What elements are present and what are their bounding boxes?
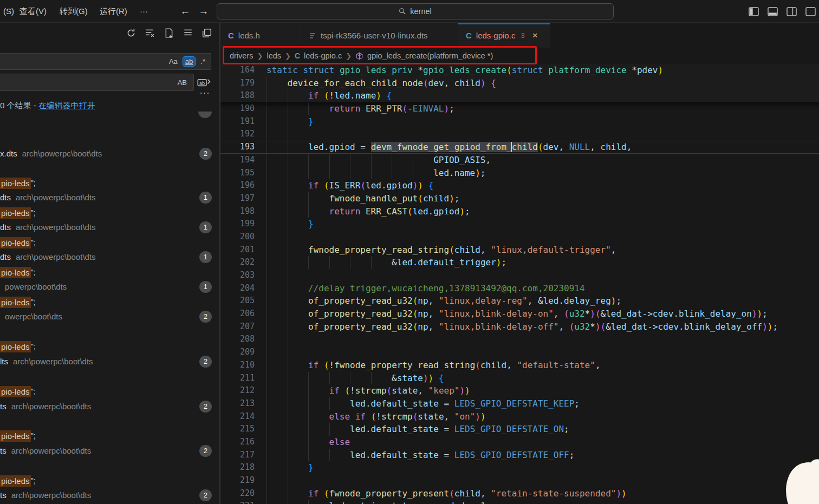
search-input[interactable]: kernel <box>217 3 614 19</box>
result-match-row[interactable]: pio-leds"; <box>0 235 219 250</box>
breadcrumb-item-drivers[interactable]: drivers <box>230 51 253 60</box>
result-file-row[interactable]: tsarch\powerpc\boot\dts2 <box>0 443 219 458</box>
code-line-202[interactable]: 202&led.default_trigger); <box>220 256 819 269</box>
code-line-194[interactable]: 194GPIOD_ASIS, <box>220 154 819 167</box>
menu-item-goto[interactable]: 转到(G) <box>56 0 91 23</box>
result-file-row[interactable]: dtsarch\powerpc\boot\dts1 <box>0 190 219 205</box>
code-line-221[interactable]: 221led.retain_state_suspended = 1; <box>220 500 819 504</box>
code-line-216[interactable]: 216else <box>220 436 819 449</box>
result-file-row[interactable]: ltsarch\powerpc\boot\dts2 <box>0 354 219 369</box>
code-line-197[interactable]: 197fwnode_handle_put(child); <box>220 192 819 205</box>
code-line-218[interactable]: 218} <box>220 461 819 474</box>
code-token: "keep" <box>428 385 460 396</box>
code-line-209[interactable]: 209 <box>220 346 819 359</box>
result-match-row[interactable]: pio-leds"; <box>0 339 219 354</box>
code-line-215[interactable]: 215led.default_state = LEDS_GPIO_DEFSTAT… <box>220 423 819 436</box>
code-line-204[interactable]: 204//delay trigger,wucaicheng,1378913492… <box>220 282 819 295</box>
menu-item-cut[interactable]: (S) <box>0 0 17 23</box>
result-match-row[interactable]: pio-leds"; <box>0 205 219 220</box>
result-match-row[interactable]: pio-leds"; <box>0 384 219 398</box>
result-file-row[interactable]: tsarch\powerpc\boot\dts2 <box>0 399 219 414</box>
back-arrow-icon[interactable]: ← <box>179 5 192 18</box>
result-file-name: lts <box>0 357 8 366</box>
code-line-179[interactable]: 179device_for_each_child_node(dev, child… <box>220 77 819 90</box>
breadcrumb-item-symbol[interactable]: gpio_leds_create(platform_device *) <box>367 51 493 60</box>
tab-tspi-dts[interactable]: tspi-rk3566-user-v10-linux.dts <box>301 23 458 48</box>
code-token: "on" <box>454 411 476 422</box>
code-line-214[interactable]: 214else if (!strcmp(state, "on")) <box>220 410 819 423</box>
tab-leds-h[interactable]: C leds.h <box>220 23 301 48</box>
customize-layout-icon[interactable] <box>805 7 816 16</box>
code-token: ( <box>344 385 350 396</box>
code-token: if <box>308 360 318 370</box>
code-token: np <box>418 296 428 306</box>
result-file-row[interactable]: x.dtsarch\powerpc\boot\dts2 <box>0 146 219 161</box>
code-line-193[interactable]: 193led.gpiod = devm_fwnode_get_gpiod_fro… <box>220 141 819 154</box>
menu-item-view[interactable]: 查看(V) <box>16 0 50 23</box>
indent-guide <box>288 89 288 102</box>
code-token: return <box>329 103 361 114</box>
code-line-220[interactable]: 220if (fwnode_property_present(child, "r… <box>220 487 819 500</box>
code-editor[interactable]: 164static struct gpio_leds_priv *gpio_le… <box>220 64 819 504</box>
forward-arrow-icon[interactable]: → <box>197 5 210 18</box>
code-line-195[interactable]: 195led.name); <box>220 167 819 180</box>
code-line-205[interactable]: 205of_property_read_u32(np, "linux,delay… <box>220 294 819 307</box>
code-line-211[interactable]: 211&state)) { <box>220 372 819 385</box>
code-line-196[interactable]: 196if (IS_ERR(led.gpiod)) { <box>220 179 819 192</box>
breadcrumb-item-file[interactable]: leds-gpio.c <box>304 51 342 60</box>
close-tab-icon[interactable]: × <box>532 30 538 41</box>
toggle-panel-icon[interactable] <box>768 7 778 16</box>
code-line-203[interactable]: 203 <box>220 269 819 282</box>
menu-item-run[interactable]: 运行(R) <box>96 0 131 23</box>
code-line-212[interactable]: 212if (!strcmp(state, "keep")) <box>220 384 819 397</box>
line-content: led.name); <box>433 167 485 180</box>
code-line-199[interactable]: 199} <box>220 218 819 231</box>
indent-guide <box>266 102 267 115</box>
code-line-201[interactable]: 201fwnode_property_read_string(child, "l… <box>220 244 819 257</box>
code-line-198[interactable]: 198return ERR_CAST(led.gpiod); <box>220 205 819 218</box>
result-file-path: arch\powerpc\boot\dts <box>22 149 102 158</box>
code-line-208[interactable]: 208 <box>220 333 819 346</box>
code-line-213[interactable]: 213led.default_state = LEDS_GPIO_DEFSTAT… <box>220 397 819 410</box>
code-token: , <box>558 322 569 332</box>
code-line-206[interactable]: 206of_property_read_u32(np, "linux,blink… <box>220 307 819 320</box>
result-file-row[interactable]: dtsarch\powerpc\boot\dts1 <box>0 250 219 264</box>
line-number: 190 <box>220 102 255 115</box>
code-line-200[interactable]: 200 <box>220 231 819 244</box>
indent-guide <box>266 269 267 282</box>
code-line-190[interactable]: 190return ERR_PTR(-EINVAL); <box>220 102 819 115</box>
code-line-192[interactable]: 192 <box>220 128 819 141</box>
code-line-188[interactable]: 188if (!led.name) { <box>220 89 819 102</box>
code-line-210[interactable]: 210if (!fwnode_property_read_string(chil… <box>220 359 819 372</box>
code-line-219[interactable]: 219 <box>220 474 819 487</box>
code-line-217[interactable]: 217led.default_state = LEDS_GPIO_DEFSTAT… <box>220 449 819 462</box>
result-file-row[interactable]: tsarch\powerpc\boot\dts2 <box>0 488 219 502</box>
toggle-secondary-sidebar-icon[interactable] <box>786 7 797 16</box>
result-file-row[interactable]: powerpc\boot\dts1 <box>0 279 219 294</box>
tab-leds-gpio-c[interactable]: C leds-gpio.c 3 × <box>458 23 550 48</box>
indent-guide <box>266 218 267 231</box>
result-match-row[interactable]: pio-leds"; <box>0 294 219 309</box>
result-file-row[interactable]: owerpc\boot\dts2 <box>0 309 219 324</box>
code-token: u32 <box>574 322 590 332</box>
indent-guide <box>308 397 309 410</box>
code-token: { <box>486 78 496 88</box>
code-token: if <box>308 488 318 499</box>
code-lines: 190return ERR_PTR(-EINVAL);191}192193led… <box>220 102 819 504</box>
result-match-row[interactable]: pio-leds"; <box>0 175 219 190</box>
code-line-207[interactable]: 207of_property_read_u32(np, "linux,blink… <box>220 320 819 333</box>
code-line-191[interactable]: 191} <box>220 115 819 128</box>
menu-more-icon[interactable]: ··· <box>136 0 151 23</box>
code-token: ; <box>454 193 460 204</box>
code-token: ( <box>538 142 543 152</box>
result-match-row[interactable]: pio-leds"; <box>0 265 219 279</box>
chevron-right-icon: ❯ <box>346 52 352 60</box>
code-token: ( <box>564 309 569 319</box>
code-line-164[interactable]: 164static struct gpio_leds_priv *gpio_le… <box>220 64 819 77</box>
match-context: "; <box>31 178 36 187</box>
result-match-row[interactable]: pio-leds"; <box>0 428 219 443</box>
breadcrumb-item-leds[interactable]: leds <box>266 51 281 60</box>
result-file-row[interactable]: dtsarch\powerpc\boot\dts1 <box>0 220 219 234</box>
toggle-sidebar-icon[interactable] <box>749 7 759 16</box>
result-match-row[interactable]: pio-leds"; <box>0 473 219 488</box>
